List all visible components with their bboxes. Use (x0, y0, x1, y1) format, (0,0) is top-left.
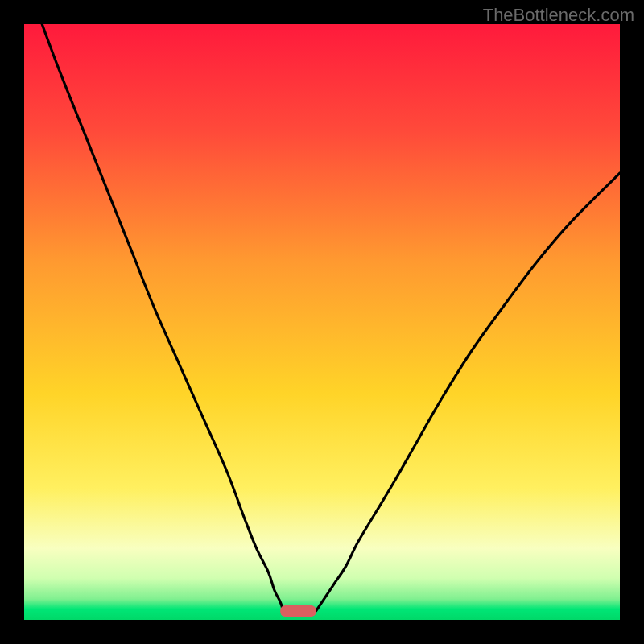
chart-frame: TheBottleneck.com (0, 0, 644, 644)
bottleneck-marker (280, 605, 316, 617)
chart-svg (24, 24, 620, 620)
plot-area (24, 24, 620, 620)
gradient-background (24, 24, 620, 620)
watermark-text: TheBottleneck.com (483, 5, 634, 26)
